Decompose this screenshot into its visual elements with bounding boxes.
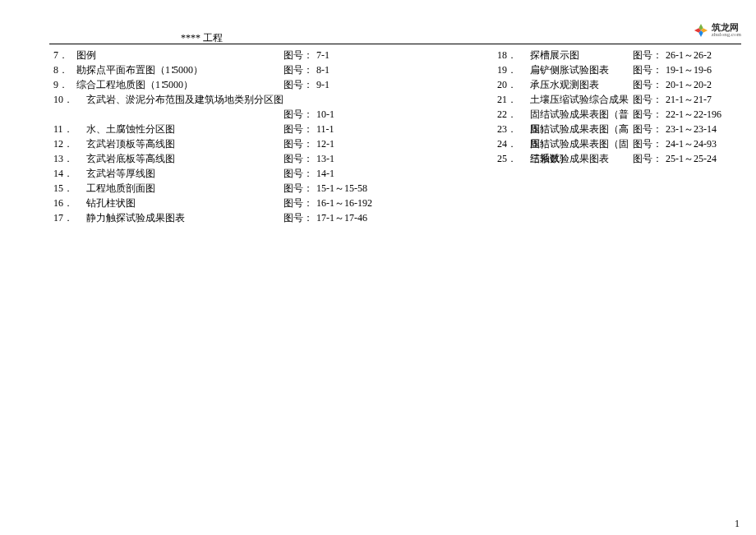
figno-value: 14-1 [316, 166, 390, 181]
list-item: 21． 土壤压缩试验综合成果 图号： 21-1～21-7 [497, 92, 740, 107]
item-index: 20． [497, 77, 530, 92]
item-title: 综合工程地质图（1∶5000） [76, 77, 284, 92]
item-title: 勘探点平面布置图（1∶5000） [76, 62, 284, 77]
item-index: 15． [53, 181, 86, 196]
figno-label: 图号： [633, 92, 666, 107]
item-index: 9． [53, 77, 76, 92]
item-index: 23． [497, 122, 530, 136]
left-column: 7． 图例 图号： 7-1 8． 勘探点平面布置图（1∶5000） 图号： 8-… [53, 48, 390, 225]
item-title: 工程地质剖面图 [86, 181, 284, 196]
list-item: 17． 静力触探试验成果图表 图号： 17-1～17-46 [53, 210, 390, 225]
item-title: 玄武岩顶板等高线图 [86, 136, 284, 151]
figno-label: 图号： [284, 166, 316, 181]
item-index: 11． [53, 122, 86, 136]
list-item: 20． 承压水观测图表 图号： 20-1～20-2 [497, 77, 740, 92]
figno-label: 图号： [284, 151, 316, 166]
figno-value: 12-1 [316, 136, 390, 151]
item-title: 玄武岩底板等高线图 [86, 151, 284, 166]
figno-value: 8-1 [316, 62, 390, 77]
figno-value: 10-1 [316, 107, 390, 122]
figno-label: 图号： [284, 210, 316, 225]
item-title: 静力触探试验成果图表 [86, 210, 284, 225]
figno-value: 17-1～17-46 [316, 210, 390, 225]
content-area: 7． 图例 图号： 7-1 8． 勘探点平面布置图（1∶5000） 图号： 8-… [53, 48, 740, 225]
list-item: 22． 固结试验成果表图（普压） 图号： 22-1～22-196 [497, 107, 740, 122]
logo: 筑龙网 zhulong.com [694, 23, 741, 38]
item-index: 17． [53, 210, 86, 225]
list-item: 11． 水、土腐蚀性分区图 图号： 11-1 [53, 122, 390, 136]
list-item: 25． 三轴试验成果图表 图号： 25-1～25-24 [497, 151, 740, 166]
figno-value: 11-1 [316, 122, 390, 136]
figno-label: 图号： [633, 122, 666, 136]
figno-label: 图号： [284, 122, 316, 136]
figno-label: 图号： [633, 136, 666, 151]
right-column: 18． 探槽展示图 图号： 26-1～26-2 19． 扁铲侧胀试验图表 图号：… [497, 48, 740, 225]
item-title: 玄武岩等厚线图 [86, 166, 284, 181]
item-title: 扁铲侧胀试验图表 [530, 62, 633, 77]
figno-value: 26-1～26-2 [666, 48, 740, 62]
item-index: 22． [497, 107, 530, 122]
figno-label: 图号： [284, 181, 316, 196]
list-item: 14． 玄武岩等厚线图 图号： 14-1 [53, 166, 390, 181]
list-item: 16． 钻孔柱状图 图号： 16-1～16-192 [53, 196, 390, 210]
page-number: 1 [735, 518, 740, 530]
item-index: 13． [53, 151, 86, 166]
figno-label: 图号： [284, 62, 316, 77]
item-index: 25． [497, 151, 530, 166]
item-title: 图例 [76, 48, 284, 62]
figno-value: 19-1～19-6 [666, 62, 740, 77]
list-item: 15． 工程地质剖面图 图号： 15-1～15-58 [53, 181, 390, 196]
figno-label: 图号： [284, 48, 316, 62]
item-index: 10． [53, 92, 86, 107]
figno-label: 图号： [284, 136, 316, 151]
item-title: 探槽展示图 [530, 48, 633, 62]
list-item: 9． 综合工程地质图（1∶5000） 图号： 9-1 [53, 77, 390, 92]
list-item: 图号： 10-1 [53, 107, 390, 122]
figno-label: 图号： [284, 77, 316, 92]
item-index: 12． [53, 136, 86, 151]
list-item: 8． 勘探点平面布置图（1∶5000） 图号： 8-1 [53, 62, 390, 77]
figno-label: 图号： [633, 62, 666, 77]
figno-value: 25-1～25-24 [666, 151, 740, 166]
list-item: 19． 扁铲侧胀试验图表 图号： 19-1～19-6 [497, 62, 740, 77]
item-index: 8． [53, 62, 76, 77]
figno-value: 7-1 [316, 48, 390, 62]
figno-label: 图号： [284, 196, 316, 210]
figno-value: 24-1～24-93 [666, 136, 740, 151]
list-item: 7． 图例 图号： 7-1 [53, 48, 390, 62]
item-index: 14． [53, 166, 86, 181]
item-index: 24． [497, 136, 530, 151]
figno-label: 图号： [633, 77, 666, 92]
logo-icon [694, 23, 708, 38]
figno-value: 20-1～20-2 [666, 77, 740, 92]
figno-label: 图号： [633, 107, 666, 122]
item-title: 水、土腐蚀性分区图 [86, 122, 284, 136]
list-item: 10． 玄武岩、淤泥分布范围及建筑场地类别分区图 [53, 92, 390, 107]
list-item: 24． 固结试验成果表图（固结系数） 图号： 24-1～24-93 [497, 136, 740, 151]
item-index: 7． [53, 48, 76, 62]
logo-text: 筑龙网 zhulong.com [712, 23, 741, 38]
item-title: 土壤压缩试验综合成果 [530, 92, 633, 107]
figno-value: 23-1～23-14 [666, 122, 740, 136]
figno-value: 9-1 [316, 77, 390, 92]
figno-label: 图号： [284, 107, 316, 122]
item-title: 玄武岩、淤泥分布范围及建筑场地类别分区图 [86, 92, 390, 107]
item-title: 三轴试验成果图表 [530, 151, 633, 166]
figno-value: 21-1～21-7 [666, 92, 740, 107]
figno-value: 15-1～15-58 [316, 181, 390, 196]
logo-sub-text: zhulong.com [712, 32, 741, 38]
figno-label: 图号： [633, 151, 666, 166]
list-item: 13． 玄武岩底板等高线图 图号： 13-1 [53, 151, 390, 166]
figno-value: 13-1 [316, 151, 390, 166]
item-title: 钻孔柱状图 [86, 196, 284, 210]
list-item: 18． 探槽展示图 图号： 26-1～26-2 [497, 48, 740, 62]
item-index: 18． [497, 48, 530, 62]
figno-label: 图号： [633, 48, 666, 62]
figno-value: 22-1～22-196 [666, 107, 740, 122]
item-title: 承压水观测图表 [530, 77, 633, 92]
header-divider [49, 44, 741, 44]
figno-value: 16-1～16-192 [316, 196, 390, 210]
item-index: 19． [497, 62, 530, 77]
list-item: 23． 固结试验成果表图（高压） 图号： 23-1～23-14 [497, 122, 740, 136]
item-index: 21． [497, 92, 530, 107]
